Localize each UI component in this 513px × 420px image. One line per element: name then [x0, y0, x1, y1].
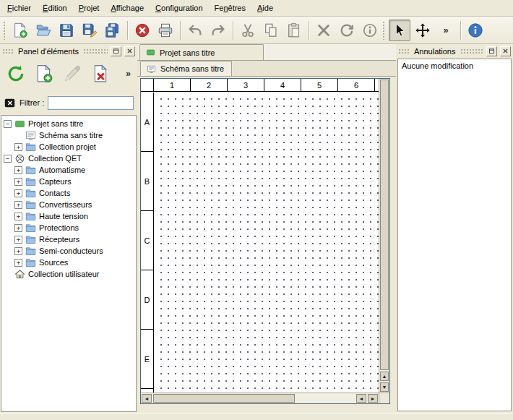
scroll-up-button[interactable]: ▲ [380, 372, 389, 381]
tree-item-protections[interactable]: +Protections [1, 222, 136, 233]
menu-edition[interactable]: Édition [37, 1, 73, 15]
delete-element-button[interactable] [89, 62, 112, 85]
column-label: 4 [264, 79, 301, 91]
paste-button[interactable] [283, 20, 305, 41]
clear-filter-button[interactable] [4, 97, 16, 109]
elements-panel-titlebar[interactable]: Panel d'éléments [0, 44, 137, 58]
plus-expander[interactable]: + [14, 189, 22, 197]
tree-item-capteurs[interactable]: +Capteurs [1, 176, 136, 187]
menu-aide[interactable]: Aide [251, 1, 279, 15]
tree-item-collection-utilisateur[interactable]: Collection utilisateur [1, 268, 136, 280]
menu-projet[interactable]: Projet [73, 1, 105, 15]
delete-button[interactable] [313, 20, 335, 41]
menu-fichier[interactable]: Fichier [1, 1, 37, 15]
vertical-scrollbar-thumb[interactable] [380, 80, 389, 370]
expander-spacer [4, 270, 12, 278]
tree-item-recepteurs[interactable]: +Récepteurs [1, 233, 136, 245]
tree-item-automatisme[interactable]: +Automatisme [1, 164, 136, 176]
conductor-properties-button[interactable] [359, 20, 381, 41]
dock-grip[interactable] [2, 48, 14, 54]
tree-item-contacts[interactable]: +Contacts [1, 187, 136, 199]
vertical-scrollbar[interactable]: ▲ ▼ [379, 79, 389, 393]
float-dock-button[interactable] [111, 46, 121, 56]
save-project-button[interactable] [56, 20, 77, 41]
menu-affichage[interactable]: Affichage [105, 1, 150, 15]
scroll-left-button[interactable]: ◄ [142, 394, 152, 403]
toolbar-overflow-button[interactable]: » [435, 20, 457, 41]
about-button[interactable] [465, 20, 486, 41]
menu-fenetres[interactable]: Fenêtres [209, 1, 251, 15]
row-label: E [141, 330, 153, 389]
undo-icon [187, 22, 203, 38]
tree-item-collection-qet[interactable]: −Collection QET [1, 153, 136, 164]
plus-expander[interactable]: + [14, 236, 22, 244]
tree-item-label: Récepteurs [39, 235, 79, 244]
plus-expander[interactable]: + [14, 224, 22, 232]
copy-button[interactable] [260, 20, 282, 41]
close-icon [502, 48, 509, 54]
visualisation-mode-button[interactable] [412, 20, 434, 41]
scroll-right-button[interactable]: ► [368, 394, 378, 403]
plus-expander[interactable]: + [14, 166, 22, 174]
scroll-down-button[interactable]: ▼ [380, 382, 389, 392]
open-project-button[interactable] [33, 20, 54, 41]
toolbar-handle[interactable] [382, 21, 385, 40]
toolbar-separator [233, 21, 233, 40]
reload-collections-button[interactable] [4, 62, 27, 85]
diagram-canvas[interactable] [155, 93, 379, 393]
close-project-button[interactable] [132, 20, 153, 41]
tree-item-haute-tension[interactable]: +Haute tension [1, 210, 136, 222]
plus-expander[interactable]: + [14, 247, 22, 255]
undo-dock-titlebar[interactable]: Annulations [396, 44, 513, 58]
close-dock-button[interactable] [500, 46, 511, 56]
undo-list[interactable]: Aucune modification [397, 59, 512, 411]
dock-grip[interactable] [460, 48, 484, 54]
panel-toolbar-overflow-button[interactable]: » [124, 69, 133, 79]
tree-item-sources[interactable]: +Sources [1, 257, 136, 268]
save-project-as-button[interactable] [79, 20, 100, 41]
filter-input[interactable] [48, 96, 134, 110]
tree-item-label: Capteurs [39, 177, 72, 186]
close-dock-button[interactable] [124, 46, 135, 56]
horizontal-scrollbar-thumb[interactable] [153, 394, 295, 403]
horizontal-scrollbar[interactable]: ◄ ◄ ► [141, 393, 379, 403]
horizontal-scrollbar-track[interactable] [296, 394, 355, 403]
scroll-left-button-secondary[interactable]: ◄ [356, 394, 366, 403]
diagram-sheet[interactable]: 123456 ABCDE [141, 79, 379, 393]
redo-button[interactable] [207, 20, 229, 41]
toolbar-handle[interactable] [3, 21, 6, 40]
minus-expander[interactable]: − [4, 155, 12, 163]
float-dock-button[interactable] [486, 46, 497, 56]
plus-expander[interactable]: + [14, 143, 22, 151]
float-icon [113, 48, 119, 54]
dock-grip[interactable] [398, 48, 410, 54]
selection-mode-button[interactable] [389, 20, 410, 41]
edit-element-button[interactable] [61, 62, 84, 85]
save-all-button[interactable] [102, 20, 124, 41]
tree-item-schema-sans-titre[interactable]: Schéma sans titre [1, 129, 136, 141]
folder-icon [25, 234, 36, 245]
rotate-button[interactable] [336, 20, 358, 41]
tree-item-collection-projet[interactable]: +Collection projet [1, 141, 136, 153]
minus-expander[interactable]: − [4, 120, 12, 128]
tree-item-projet-sans-titre[interactable]: −Projet sans titre [1, 118, 136, 129]
clear-filter-icon [4, 97, 16, 109]
tab-schema[interactable]: Schéma sans titre [140, 61, 232, 76]
dock-grip[interactable] [83, 48, 108, 54]
undo-button[interactable] [184, 20, 206, 41]
plus-expander[interactable]: + [14, 201, 22, 209]
tree-item-convertisseurs[interactable]: +Convertisseurs [1, 199, 136, 210]
new-element-button[interactable] [33, 62, 56, 85]
cut-button[interactable] [237, 20, 259, 41]
plus-expander[interactable]: + [14, 213, 22, 220]
tab-project[interactable]: Projet sans titre [139, 44, 264, 60]
saveall-icon [105, 22, 121, 38]
print-button[interactable] [155, 20, 176, 41]
menu-configuration[interactable]: Configuration [150, 1, 208, 15]
new-project-button[interactable] [9, 20, 31, 41]
undo-dock: Annulations Aucune modification [396, 44, 513, 413]
plus-expander[interactable]: + [14, 259, 22, 267]
plus-expander[interactable]: + [14, 178, 22, 186]
row-label: B [141, 152, 153, 211]
tree-item-semi-conducteurs[interactable]: +Semi-conducteurs [1, 245, 136, 257]
